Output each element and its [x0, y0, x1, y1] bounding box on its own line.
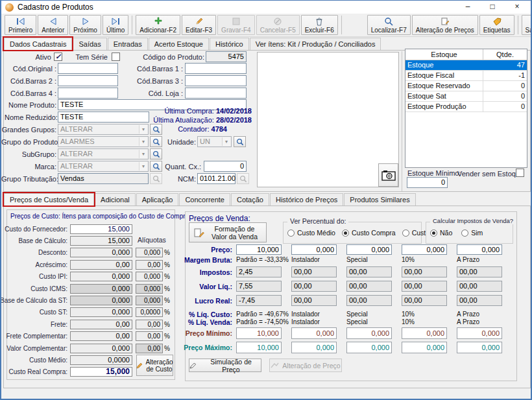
price-cell[interactable]: 10%: [402, 311, 447, 318]
price-cell[interactable]: 10%: [402, 256, 447, 263]
price-cell[interactable]: 00,00: [402, 281, 447, 292]
price-cell[interactable]: 00,00: [291, 281, 337, 292]
tab-item[interactable]: Concorrente: [179, 193, 230, 206]
price-cell[interactable]: 0,000: [402, 327, 447, 339]
quant-cx-field[interactable]: 0: [204, 161, 247, 172]
price-cell[interactable]: Special: [346, 311, 392, 318]
tab-item[interactable]: Saídas: [73, 38, 106, 50]
price-cell[interactable]: 00,00: [402, 266, 447, 277]
price-cell[interactable]: 10%: [402, 318, 447, 325]
custo-value-field[interactable]: 0,000: [70, 272, 132, 281]
price-cell[interactable]: 00,00: [402, 295, 447, 306]
tab-item[interactable]: Entradas: [108, 38, 148, 50]
price-cell[interactable]: Special: [346, 256, 392, 263]
price-cell[interactable]: 7,55: [236, 281, 282, 292]
custo-value-field[interactable]: 0,000: [70, 248, 132, 257]
table-row[interactable]: Estoque Fiscal -1: [405, 71, 527, 81]
price-cell[interactable]: 00,00: [291, 295, 337, 306]
camera-button[interactable]: [378, 163, 398, 187]
edit-button[interactable]: Editar-F3: [182, 15, 216, 35]
maximize-button[interactable]: □: [480, 1, 505, 14]
price-cell[interactable]: A Prazo: [457, 256, 502, 263]
exit-button[interactable]: Sair-F12: [522, 15, 532, 35]
cod-barras1-field[interactable]: [185, 63, 247, 74]
table-row[interactable]: Estoque Produção 0: [405, 102, 527, 112]
custo-value-field[interactable]: 0,00: [70, 320, 132, 329]
cod-barras3-field[interactable]: [185, 75, 247, 86]
custo-value-field[interactable]: 15,000: [70, 367, 132, 377]
tem-serie-checkbox[interactable]: [112, 53, 120, 61]
price-cell[interactable]: 0,000: [346, 342, 392, 353]
price-change-button[interactable]: Alteração de Preços: [412, 15, 478, 35]
subgrupo-search-button[interactable]: [150, 148, 162, 159]
search-button[interactable]: Localizar-F7: [367, 15, 411, 35]
price-cell[interactable]: 10,000: [236, 327, 282, 339]
tab-item[interactable]: Aplicação: [136, 193, 179, 206]
price-cell[interactable]: 2,45: [236, 266, 282, 277]
table-row[interactable]: Estoque Reservado 0: [405, 81, 527, 91]
custo-value-field[interactable]: 15,000: [70, 224, 132, 234]
price-cell[interactable]: 0,000: [291, 327, 337, 339]
custo-value-field[interactable]: 0,000: [70, 344, 132, 353]
price-cell[interactable]: 0,000: [457, 244, 502, 255]
tab-item[interactable]: Produtos Similares: [344, 193, 415, 206]
close-button[interactable]: ×: [505, 1, 529, 14]
add-button[interactable]: Adicionar-F2: [136, 15, 180, 35]
table-row[interactable]: Estoque Sat 0: [405, 91, 527, 102]
price-cell[interactable]: 0,000: [402, 342, 447, 353]
price-cell[interactable]: 00,00: [346, 295, 392, 306]
grandes-grupos-search-button[interactable]: [150, 124, 162, 135]
custo-value-field[interactable]: 0,000: [70, 307, 132, 317]
cod-barras4-field[interactable]: [58, 88, 118, 99]
custo-value-field[interactable]: 0,000: [70, 296, 132, 305]
aliquota-field[interactable]: 0,000: [136, 272, 163, 281]
price-cell[interactable]: 0,000: [457, 342, 502, 353]
price-cell[interactable]: 00,00: [346, 266, 392, 277]
aliquota-field[interactable]: 0,00: [136, 320, 163, 329]
price-cell[interactable]: A Prazo: [457, 311, 502, 318]
minimize-button[interactable]: –: [455, 1, 480, 14]
tab-item[interactable]: Adicional: [95, 193, 136, 206]
next-record-button[interactable]: Próximo: [69, 15, 101, 35]
aliquota-field[interactable]: 0,000: [136, 248, 163, 257]
price-cell[interactable]: 0,000: [457, 327, 502, 339]
price-cell[interactable]: 0,000: [346, 327, 392, 339]
price-cell[interactable]: Padrão = -74,50%: [236, 318, 282, 325]
price-cell[interactable]: Instalador: [291, 318, 337, 325]
tab-item[interactable]: Ver ítens: Kit / Produção / Conciliados: [250, 38, 381, 50]
aliquota-field[interactable]: 0,0000: [136, 307, 163, 317]
price-cell[interactable]: -7,45: [236, 295, 282, 306]
radio-option[interactable]: Custo Médio: [287, 229, 335, 237]
aliquota-field[interactable]: 0,00: [136, 344, 163, 353]
price-cell[interactable]: 10,000: [236, 244, 282, 255]
vender-sem-estoque-checkbox[interactable]: [516, 169, 524, 177]
price-cell[interactable]: 0,000: [346, 244, 392, 255]
labels-button[interactable]: Etiquetas: [479, 15, 514, 35]
estoque-minimo-field[interactable]: 0: [407, 177, 448, 188]
cod-original-field[interactable]: [58, 63, 118, 74]
aliquota-field[interactable]: 0,00: [136, 260, 163, 270]
ativo-checkbox[interactable]: ✓: [54, 53, 62, 61]
price-cell[interactable]: 00,00: [457, 266, 502, 277]
price-cell[interactable]: 00,00: [457, 295, 502, 306]
prev-record-button[interactable]: Anterior: [38, 15, 68, 35]
custo-value-field[interactable]: 0,00: [70, 260, 132, 270]
aliquota-field[interactable]: Alíquotas: [136, 236, 163, 246]
custo-value-field[interactable]: 0,000: [70, 284, 132, 294]
price-cell[interactable]: 0,000: [291, 342, 337, 353]
custo-value-field[interactable]: 0,00: [70, 331, 132, 341]
formacao-valor-venda-button[interactable]: Formação de Valor da Venda: [189, 222, 267, 242]
cod-barras2-field[interactable]: [58, 75, 118, 86]
aliquota-field[interactable]: 0,000: [136, 284, 163, 294]
unidade-search-button[interactable]: [234, 136, 246, 147]
custo-value-field[interactable]: 0,0000: [70, 355, 132, 365]
nome-reduzido-field[interactable]: TESTE: [58, 112, 149, 123]
price-cell[interactable]: 10,000: [236, 342, 282, 353]
custo-value-field[interactable]: 15,000: [70, 236, 132, 246]
first-record-button[interactable]: Primeiro: [5, 15, 36, 35]
radio-option[interactable]: Sim: [461, 229, 483, 237]
tab-item[interactable]: Acerto Estoque: [149, 38, 209, 50]
price-cell[interactable]: Padrão = -33,33%: [236, 256, 282, 263]
price-cell[interactable]: Instalador: [291, 256, 337, 263]
price-cell[interactable]: 00,00: [291, 266, 337, 277]
